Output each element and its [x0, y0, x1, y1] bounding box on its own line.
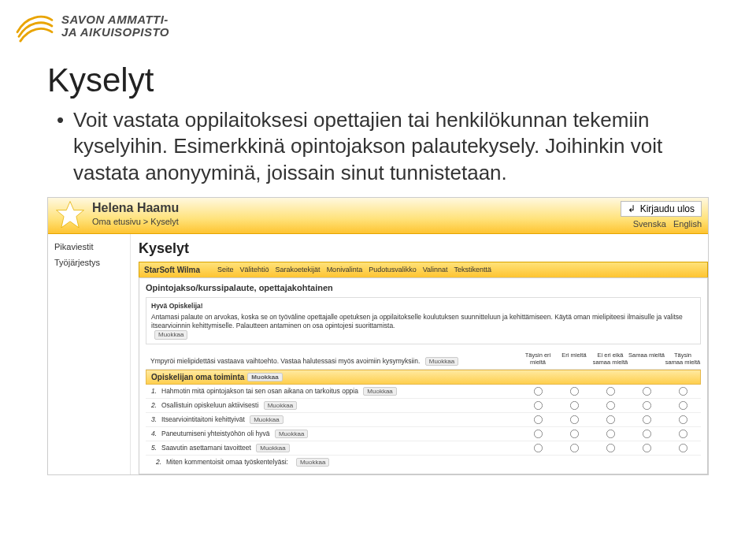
logo-text: SAVON AMMATTI- JA AIKUISOPISTO	[61, 13, 169, 39]
panel-title: Opintojakso/kurssipalaute, opettajakohta…	[146, 283, 701, 292]
survey-panel: Opintojakso/kurssipalaute, opettajakohta…	[139, 277, 708, 474]
star-icon	[48, 198, 92, 233]
q-text: Hahmotin mitä opintojakson tai sen osan …	[161, 387, 520, 396]
scale-headers: Täysin eri mieltä Eri mieltä Ei eri eikä…	[520, 352, 701, 366]
radio-option[interactable]	[569, 415, 578, 424]
radio-option[interactable]	[678, 444, 687, 452]
radio-option[interactable]	[569, 401, 578, 410]
radio-option[interactable]	[606, 430, 614, 438]
radio-option[interactable]	[642, 387, 650, 396]
main-content: Kyselyt StarSoft Wilma Seite Välitehtiö …	[130, 234, 708, 474]
description-box: Hyvä Opiskelija! Antamasi palaute on arv…	[146, 297, 701, 345]
radio-option[interactable]	[606, 401, 614, 410]
q-text: Saavutin asettamani tavoitteet Muokkaa	[161, 444, 520, 452]
radio-option[interactable]	[642, 415, 650, 424]
muokkaa-badge-free[interactable]: Muokkaa	[296, 458, 329, 467]
app-brand: StarSoft Wilma	[144, 266, 200, 274]
radio-option[interactable]	[678, 387, 687, 396]
app-topbar: Helena Haamu Oma etusivu > Kyselyt ↲ Kir…	[48, 198, 708, 234]
radio-option[interactable]	[533, 430, 542, 438]
slide-header: SAVON AMMATTI- JA AIKUISOPISTO	[0, 0, 756, 47]
radio-option[interactable]	[642, 430, 650, 438]
topbar-right: ↲ Kirjaudu ulos Svenska English	[614, 198, 708, 233]
free-prompt: Miten kommentoisit omaa työskentelyäsi:	[166, 458, 288, 466]
radio-option[interactable]	[533, 387, 542, 396]
radio-option[interactable]	[533, 444, 542, 452]
tab-3[interactable]: Monivalinta	[327, 266, 363, 273]
q-num: 1.	[146, 387, 161, 395]
muokkaa-badge[interactable]: Muokkaa	[154, 330, 187, 340]
muokkaa-badge-section[interactable]: Muokkaa	[247, 373, 282, 381]
lang-svenska[interactable]: Svenska	[633, 219, 666, 229]
radio-option[interactable]	[569, 430, 578, 438]
tab-6[interactable]: Tekstikenttä	[454, 266, 492, 273]
q-text: Osallistuin opiskeluun aktiivisesti Muok…	[161, 401, 520, 410]
free-text-row: 2. Miten kommentoisit omaa työskentelyäs…	[146, 456, 701, 469]
q-num: 2.	[146, 401, 161, 409]
logo-icon	[16, 9, 54, 43]
greeting: Hyvä Opiskelija!	[151, 302, 695, 311]
breadcrumb-current: Kyselyt	[150, 217, 178, 226]
language-links: Svenska English	[628, 219, 702, 229]
q-num: 5.	[146, 444, 161, 452]
question-row: 2.Osallistuin opiskeluun aktiivisesti Mu…	[146, 399, 701, 413]
scale-h-0: Täysin eri mieltä	[520, 352, 556, 366]
sidebar-item-tyojarjestys[interactable]: Työjärjestys	[54, 258, 124, 267]
radio-option[interactable]	[678, 401, 687, 410]
question-row: 3.Itsearviointitaitoni kehittyivät Muokk…	[146, 413, 701, 427]
lang-english[interactable]: English	[673, 219, 702, 229]
svg-marker-0	[57, 202, 84, 228]
tab-5[interactable]: Valinnat	[423, 266, 448, 273]
bullet-dot: •	[57, 107, 64, 186]
radio-option[interactable]	[606, 444, 614, 452]
q-num: 3.	[146, 415, 161, 423]
q-num: 4.	[146, 430, 161, 437]
page-title: Kyselyt	[0, 47, 756, 106]
muokkaa-badge-q[interactable]: Muokkaa	[275, 430, 308, 438]
radio-option[interactable]	[642, 444, 650, 452]
q-radios	[520, 429, 701, 439]
breadcrumb: Oma etusivu > Kyselyt	[92, 217, 608, 226]
question-row: 1.Hahmotin mitä opintojakson tai sen osa…	[146, 385, 701, 399]
breadcrumb-home[interactable]: Oma etusivu	[92, 217, 141, 226]
tab-1[interactable]: Välitehtiö	[240, 266, 269, 273]
user-block: Helena Haamu Oma etusivu > Kyselyt	[92, 198, 614, 233]
tabs-bar: StarSoft Wilma Seite Välitehtiö Sarakoet…	[139, 262, 708, 277]
description-text: Antamasi palaute on arvokas, koska se on…	[151, 313, 695, 330]
muokkaa-badge-q[interactable]: Muokkaa	[250, 415, 283, 424]
muokkaa-badge-q[interactable]: Muokkaa	[363, 387, 396, 396]
logo-line2: JA AIKUISOPISTO	[61, 26, 169, 39]
question-list: 1.Hahmotin mitä opintojakson tai sen osa…	[146, 385, 701, 456]
tab-2[interactable]: Sarakoetekijät	[276, 266, 321, 273]
main-title: Kyselyt	[139, 240, 708, 257]
bullet-text: Voit vastata oppilaitoksesi opettajien t…	[73, 107, 717, 186]
radio-option[interactable]	[642, 401, 650, 410]
breadcrumb-sep: >	[141, 217, 151, 226]
radio-option[interactable]	[678, 415, 687, 424]
radio-option[interactable]	[569, 387, 578, 396]
radio-option[interactable]	[533, 415, 542, 424]
logout-icon: ↲	[628, 203, 636, 214]
logout-button[interactable]: ↲ Kirjaudu ulos	[621, 201, 702, 217]
muokkaa-badge-q[interactable]: Muokkaa	[264, 401, 297, 410]
radio-option[interactable]	[678, 430, 687, 438]
q-radios	[520, 400, 701, 411]
q-radios	[520, 386, 701, 396]
bullet-block: • Voit vastata oppilaitoksesi opettajien…	[0, 106, 756, 194]
scale-h-1: Eri mieltä	[556, 352, 592, 366]
radio-option[interactable]	[606, 387, 614, 396]
scale-row: Ympyröi mielipidettäsi vastaava vaihtoeh…	[146, 349, 701, 370]
radio-option[interactable]	[533, 401, 542, 410]
logout-label: Kirjaudu ulos	[640, 203, 695, 214]
tab-0[interactable]: Seite	[217, 266, 234, 273]
radio-option[interactable]	[569, 444, 578, 452]
sidebar-item-pikaviestit[interactable]: Pikaviestit	[54, 242, 124, 251]
question-row: 5.Saavutin asettamani tavoitteet Muokkaa	[146, 441, 701, 456]
muokkaa-badge-2[interactable]: Muokkaa	[425, 357, 458, 366]
user-name: Helena Haamu	[92, 201, 608, 215]
muokkaa-badge-q[interactable]: Muokkaa	[256, 444, 289, 452]
q-text: Paneutumiseni yhteistyöhön oli hyvä Muok…	[161, 430, 520, 438]
tab-4[interactable]: Pudotusvalikko	[369, 266, 417, 273]
question-row: 4.Paneutumiseni yhteistyöhön oli hyvä Mu…	[146, 427, 701, 441]
radio-option[interactable]	[606, 415, 614, 424]
